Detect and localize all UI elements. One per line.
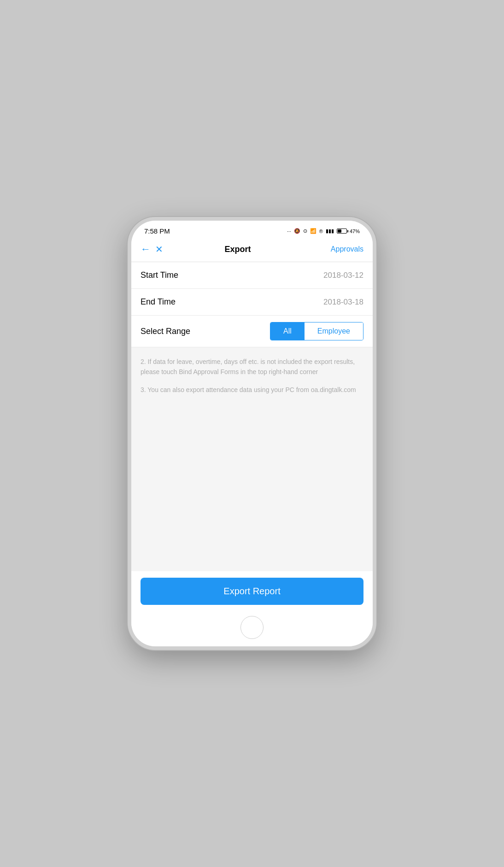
end-time-row[interactable]: End Time 2018-03-18 (131, 289, 373, 316)
note-3: 3. You can also export attendance data u… (141, 385, 363, 395)
page-title: Export (145, 245, 331, 254)
battery-percent: 47% (350, 228, 360, 234)
form-section: Start Time 2018-03-12 End Time 2018-03-1… (131, 262, 373, 347)
start-time-row[interactable]: Start Time 2018-03-12 (131, 262, 373, 289)
home-button[interactable] (240, 616, 264, 639)
battery-icon (337, 228, 347, 234)
select-range-row: Select Range All Employee (131, 316, 373, 347)
start-time-value: 2018-03-12 (323, 271, 363, 280)
note-2: 2. If data for leave, overtime, days off… (141, 357, 363, 377)
approvals-button[interactable]: Approvals (331, 245, 363, 253)
select-range-label: Select Range (141, 327, 190, 336)
signal-x-icon: 📶 (310, 228, 316, 234)
status-time: 7:58 PM (144, 227, 170, 235)
signal-dots-icon: ··· (287, 228, 291, 234)
toggle-employee-button[interactable]: Employee (305, 322, 363, 340)
signal-icon: ▮▮▮ (326, 228, 334, 234)
wifi-icon: ⊙ (303, 228, 307, 234)
export-button-container: Export Report (131, 571, 373, 611)
export-report-button[interactable]: Export Report (141, 578, 363, 605)
end-time-label: End Time (141, 297, 176, 307)
battery-body (337, 228, 347, 234)
status-bar: 7:58 PM ··· 🔕 ⊙ 📶 ® ▮▮▮ 47% (131, 221, 373, 239)
content-area: 2. If data for leave, overtime, days off… (131, 347, 373, 571)
phone-frame: 7:58 PM ··· 🔕 ⊙ 📶 ® ▮▮▮ 47% ← ✕ Export A… (128, 217, 376, 650)
nav-bar: ← ✕ Export Approvals (131, 239, 373, 262)
mute-icon: 🔕 (294, 228, 300, 234)
toggle-all-button[interactable]: All (270, 322, 305, 340)
home-indicator (131, 611, 373, 646)
end-time-value: 2018-03-18 (323, 298, 363, 307)
r-icon: ® (319, 228, 323, 234)
battery-fill (338, 229, 341, 233)
status-icons: ··· 🔕 ⊙ 📶 ® ▮▮▮ 47% (287, 228, 360, 234)
range-toggle: All Employee (270, 322, 363, 340)
start-time-label: Start Time (141, 270, 178, 280)
